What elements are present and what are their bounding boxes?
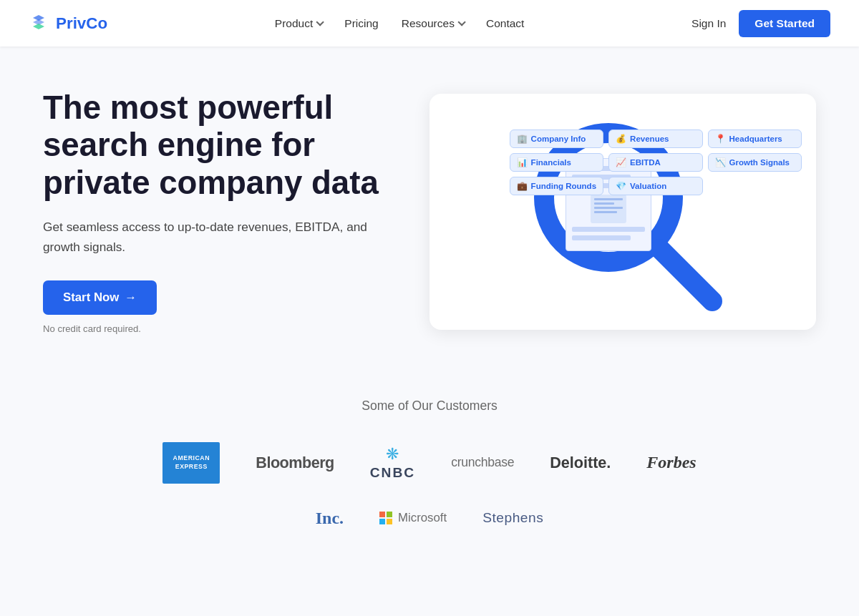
nav-resources[interactable]: Resources	[402, 17, 463, 30]
chip-revenues: 💰 Revenues	[608, 129, 702, 148]
chip-ebitda: 📈 EBITDA	[608, 153, 702, 172]
signin-button[interactable]: Sign In	[691, 17, 726, 30]
logos-row-2: Inc. Microsoft Stephens	[29, 509, 830, 528]
get-started-button[interactable]: Get Started	[739, 10, 830, 37]
hero-section: The most powerful search engine for priv…	[14, 47, 845, 363]
peacock-icon: ❋	[386, 444, 399, 464]
bloomberg-logo: Bloomberg	[256, 454, 334, 472]
chip-company-info: 🏢 Company Info	[510, 129, 603, 148]
doc-block	[591, 195, 626, 223]
nav-links: Product Pricing Resources Contact	[275, 17, 525, 30]
nav-contact[interactable]: Contact	[486, 17, 524, 30]
doc-line	[572, 227, 645, 232]
pin-icon: 📍	[715, 134, 726, 144]
hero-illustration: 🏢 Company Info 💰 Revenues 📍 Headquarters…	[430, 94, 816, 330]
deloitte-logo: Deloitte.	[550, 454, 611, 472]
hero-title: The most powerful search engine for priv…	[43, 89, 401, 202]
search-graphic: 🏢 Company Info 💰 Revenues 📍 Headquarters…	[451, 115, 795, 316]
bar-icon: 📈	[616, 157, 626, 167]
microsoft-logo: Microsoft	[379, 511, 447, 525]
stephens-logo: Stephens	[482, 510, 543, 526]
chart-icon: 📊	[517, 157, 528, 167]
inc-logo: Inc.	[316, 509, 344, 528]
logo[interactable]: PrivCo	[29, 12, 107, 35]
start-now-button[interactable]: Start Now →	[43, 280, 157, 315]
hero-left: The most powerful search engine for priv…	[43, 89, 401, 334]
windows-icon	[379, 512, 392, 524]
forbes-logo: Forbes	[646, 453, 696, 472]
logo-text: PrivCo	[56, 14, 107, 33]
customers-title: Some of Our Customers	[29, 399, 830, 414]
logo-icon	[29, 12, 52, 35]
doc-line	[572, 235, 631, 240]
chevron-down-icon	[316, 18, 324, 26]
no-cc-text: No credit card required.	[43, 323, 401, 334]
dollar-icon: 💰	[616, 134, 626, 144]
cnbc-logo: ❋ CNBC	[370, 444, 415, 481]
chip-valuation: 💎 Valuation	[608, 177, 702, 195]
logos-row-1: AMERICAN EXPRESS Bloomberg ❋ CNBC crunch…	[29, 442, 830, 484]
chip-headquarters: 📍 Headquarters	[708, 129, 802, 148]
hero-subtitle: Get seamless access to up-to-date revenu…	[43, 217, 401, 257]
chip-growth-signals: 📉 Growth Signals	[708, 153, 802, 172]
trend-icon: 📉	[715, 157, 726, 167]
customers-section: Some of Our Customers AMERICAN EXPRESS B…	[0, 363, 859, 596]
svg-line-1	[660, 249, 712, 301]
gem-icon: 💎	[616, 181, 626, 191]
nav-product[interactable]: Product	[275, 17, 321, 30]
data-chips: 🏢 Company Info 💰 Revenues 📍 Headquarters…	[510, 129, 802, 195]
chip-funding-rounds: 💼 Funding Rounds	[510, 177, 603, 195]
chip-financials: 📊 Financials	[510, 153, 603, 172]
calendar-icon: 💼	[517, 181, 528, 191]
nav-actions: Sign In Get Started	[691, 10, 830, 37]
amex-logo: AMERICAN EXPRESS	[162, 442, 220, 484]
navbar: PrivCo Product Pricing Resources Contact…	[0, 0, 859, 47]
chevron-down-icon	[457, 18, 465, 26]
building-icon: 🏢	[517, 134, 528, 144]
crunchbase-logo: crunchbase	[451, 455, 514, 470]
nav-pricing[interactable]: Pricing	[344, 17, 378, 30]
